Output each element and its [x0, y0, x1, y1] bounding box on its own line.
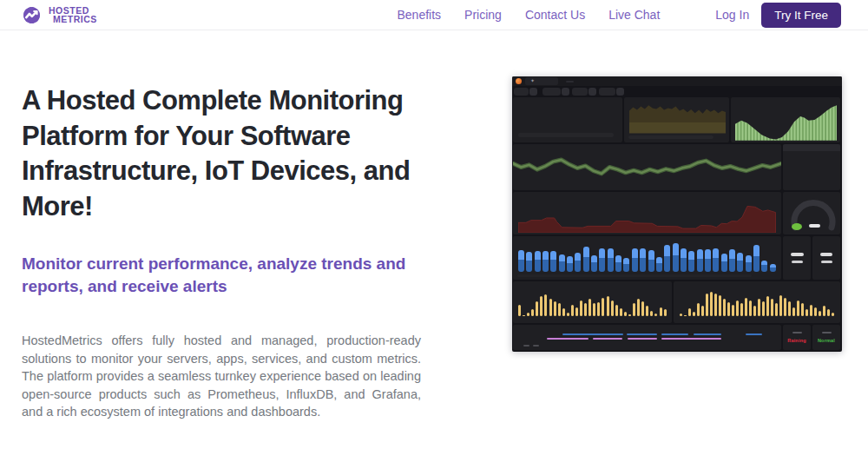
login-link[interactable]: Log In	[715, 8, 749, 22]
bar	[761, 261, 767, 272]
bar	[753, 245, 760, 273]
gauge-arc	[794, 202, 832, 228]
bar	[713, 248, 719, 272]
bar	[664, 309, 667, 316]
dashboard-topbar: ✦	[512, 76, 842, 86]
blue-bar-chart	[518, 241, 776, 272]
bar	[637, 299, 640, 316]
panel-blue-bars	[513, 236, 781, 280]
bar	[535, 251, 541, 272]
panel-legend-smudge	[628, 135, 713, 139]
timeline-segment-blue	[746, 333, 762, 335]
bar	[558, 303, 561, 316]
bar	[693, 312, 695, 316]
bar	[832, 313, 834, 316]
bar	[770, 264, 776, 272]
stat-sub-smudge	[792, 261, 803, 263]
panel-empty-small	[783, 144, 840, 190]
bar	[550, 251, 556, 272]
panel-yellow-bars-1	[513, 281, 672, 323]
try-it-free-button[interactable]: Try It Free	[761, 3, 841, 28]
bar	[697, 303, 700, 316]
panel-olive-area	[624, 97, 729, 142]
bar	[615, 305, 618, 316]
stat-value-smudge	[820, 253, 832, 256]
bar	[611, 300, 614, 316]
bar	[602, 298, 604, 316]
bar	[710, 292, 713, 316]
panel-stat-raining: Raining	[783, 325, 811, 350]
nav-link-contact-us[interactable]: Contact Us	[525, 8, 585, 22]
timeline-segment-purple	[547, 338, 589, 340]
logo-seal-icon	[21, 4, 43, 26]
filter-dropdown-caret	[616, 88, 624, 96]
bar	[660, 307, 662, 316]
logo-line2: METRICS	[53, 15, 97, 23]
timeline-legend-smudge	[523, 345, 529, 347]
panel-red-area	[513, 192, 781, 234]
grafana-logo-icon	[516, 78, 522, 84]
bar	[775, 303, 778, 316]
bar	[681, 248, 687, 272]
bar	[599, 248, 605, 272]
bar	[650, 311, 653, 316]
filter-dropdown-caret	[589, 88, 596, 96]
nav-link-benefits[interactable]: Benefits	[398, 8, 442, 22]
panel-green-line	[513, 144, 781, 190]
nav-link-live-chat[interactable]: Live Chat	[608, 8, 660, 22]
nav-link-pricing[interactable]: Pricing	[464, 8, 502, 22]
hero-heading-line: Platform for Your Software	[22, 119, 423, 155]
bar	[810, 305, 812, 316]
stat-sub-smudge	[821, 261, 832, 263]
filter-dropdown	[572, 88, 588, 96]
bar	[608, 248, 614, 272]
panel-timeline	[513, 325, 781, 350]
bar	[727, 302, 730, 316]
bar	[740, 303, 743, 316]
bar	[640, 248, 646, 272]
bar	[633, 303, 635, 316]
bar	[680, 314, 682, 316]
bar	[615, 255, 621, 272]
bar	[779, 295, 782, 316]
filter-dropdown	[514, 88, 529, 96]
stat-value-raining: Raining	[787, 338, 806, 343]
filter-dropdown-caret	[529, 88, 537, 96]
panel-stat-small	[812, 236, 840, 280]
bar	[628, 314, 631, 316]
bar	[745, 298, 747, 316]
bar	[571, 305, 574, 316]
bar	[589, 299, 591, 316]
main-nav: Benefits Pricing Contact Us Live Chat Lo…	[398, 3, 842, 28]
bar	[688, 251, 694, 272]
bar	[746, 255, 752, 272]
bar	[723, 299, 726, 316]
site-logo[interactable]: HOSTED METRICS	[21, 4, 97, 26]
timeline-segment-purple	[593, 338, 622, 340]
bar	[729, 249, 735, 272]
bar	[554, 301, 556, 316]
bar	[673, 243, 679, 272]
bar	[518, 305, 521, 316]
bar	[641, 301, 644, 316]
stat-value-smudge	[791, 253, 804, 256]
bar	[544, 294, 547, 316]
dashboard-title-smudge	[566, 81, 574, 83]
bar	[620, 308, 622, 316]
bar	[536, 301, 538, 316]
filter-dropdown	[599, 88, 615, 96]
bar	[526, 252, 532, 272]
bar	[684, 315, 687, 316]
timeline-segment-blue	[562, 333, 623, 335]
logo-wordmark: HOSTED METRICS	[49, 6, 97, 23]
bar	[540, 296, 542, 316]
bar	[583, 247, 589, 272]
bar	[664, 245, 670, 272]
yellow-bar-chart	[518, 288, 667, 316]
bar	[523, 315, 525, 316]
bar	[749, 300, 752, 316]
bar	[823, 306, 825, 316]
bar	[801, 303, 804, 316]
bar	[531, 309, 534, 316]
bar	[593, 303, 595, 316]
